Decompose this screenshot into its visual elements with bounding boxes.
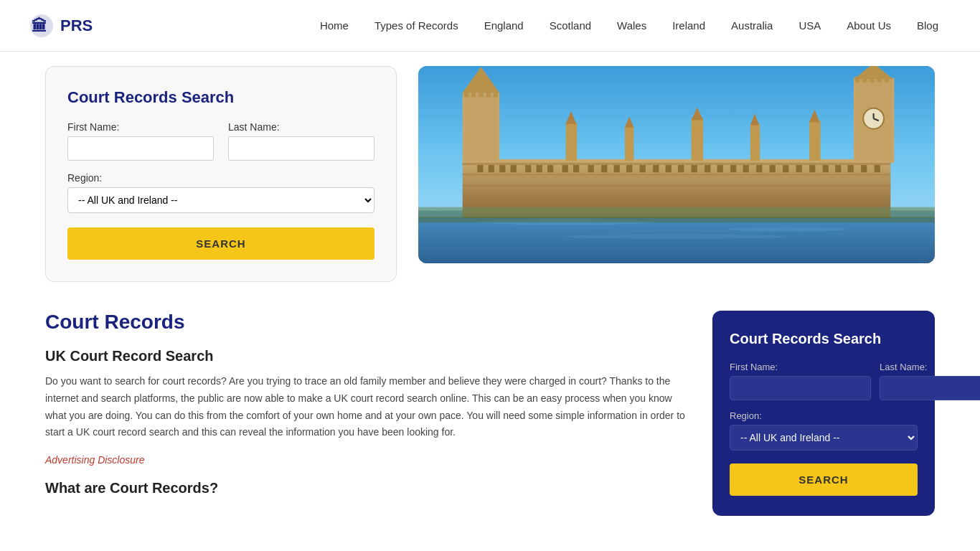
sidebar-first-name-input[interactable] — [730, 376, 871, 400]
uk-court-record-subtitle: UK Court Record Search — [45, 348, 691, 364]
top-first-name-label: First Name: — [67, 121, 214, 133]
svg-rect-48 — [471, 91, 476, 97]
nav-blog[interactable]: Blog — [904, 0, 951, 52]
nav-usa[interactable]: USA — [786, 0, 834, 52]
svg-rect-29 — [692, 165, 697, 172]
svg-rect-8 — [463, 163, 891, 165]
svg-rect-15 — [511, 165, 517, 172]
svg-rect-20 — [573, 165, 579, 172]
svg-rect-63 — [566, 122, 577, 160]
svg-rect-16 — [525, 165, 531, 172]
svg-rect-50 — [486, 91, 491, 97]
court-records-body: Do you want to search for court records?… — [45, 373, 691, 441]
svg-rect-10 — [463, 185, 891, 187]
sidebar-name-row: First Name: Last Name: — [730, 362, 918, 400]
sidebar-first-name-group: First Name: — [730, 362, 871, 400]
hero-image-wrapper — [418, 66, 935, 263]
svg-rect-25 — [640, 165, 646, 172]
sidebar-region-label: Region: — [730, 410, 918, 421]
svg-rect-58 — [855, 77, 859, 83]
navbar: 🏛 PRS Home Types of Records England Scot… — [0, 0, 980, 52]
svg-point-5 — [728, 227, 847, 231]
svg-rect-43 — [875, 165, 880, 172]
what-are-title: What are Court Records? — [45, 480, 691, 496]
sidebar-card-title: Court Records Search — [730, 331, 918, 347]
svg-rect-33 — [743, 165, 749, 172]
svg-text:🏛: 🏛 — [32, 17, 47, 35]
svg-rect-9 — [463, 174, 891, 175]
logo-text: PRS — [60, 17, 93, 35]
nav-england[interactable]: England — [471, 0, 537, 52]
svg-rect-31 — [717, 165, 723, 172]
advertising-disclosure-link[interactable]: Advertising Disclosure — [45, 454, 691, 466]
svg-rect-73 — [418, 207, 935, 218]
svg-rect-18 — [547, 165, 553, 172]
svg-rect-37 — [796, 165, 802, 172]
nav-australia[interactable]: Australia — [718, 0, 786, 52]
svg-rect-28 — [678, 165, 684, 172]
svg-rect-11 — [463, 194, 891, 196]
bottom-section: Court Records UK Court Record Search Do … — [45, 311, 935, 516]
svg-rect-59 — [862, 77, 867, 83]
svg-rect-24 — [626, 165, 632, 172]
svg-rect-49 — [479, 91, 483, 97]
nav-scotland[interactable]: Scotland — [537, 0, 604, 52]
sidebar-region-select[interactable]: -- All UK and Ireland -- England Scotlan… — [730, 425, 918, 451]
svg-rect-13 — [489, 165, 494, 172]
svg-rect-21 — [588, 165, 594, 172]
top-last-name-group: Last Name: — [228, 121, 374, 161]
sidebar-search-card: Court Records Search First Name: Last Na… — [712, 311, 935, 516]
sidebar-region-group: Region: -- All UK and Ireland -- England… — [730, 410, 918, 451]
svg-rect-45 — [465, 95, 497, 160]
top-search-card: Court Records Search First Name: Last Na… — [45, 66, 397, 282]
nav-wales[interactable]: Wales — [604, 0, 659, 52]
top-last-name-input[interactable] — [228, 136, 374, 161]
svg-rect-71 — [809, 121, 820, 161]
top-first-name-input[interactable] — [67, 136, 214, 161]
parliament-svg — [418, 66, 935, 263]
nav-links: Home Types of Records England Scotland W… — [307, 0, 951, 52]
svg-rect-67 — [692, 118, 703, 161]
svg-rect-47 — [464, 91, 468, 97]
svg-rect-61 — [877, 77, 882, 83]
court-records-title: Court Records — [45, 311, 691, 334]
nav-about-us[interactable]: About Us — [834, 0, 904, 52]
svg-rect-34 — [756, 165, 762, 172]
top-region-group: Region: -- All UK and Ireland -- England… — [67, 172, 374, 213]
hero-image — [418, 66, 935, 263]
nav-home[interactable]: Home — [307, 0, 362, 52]
svg-rect-36 — [783, 165, 788, 172]
top-first-name-group: First Name: — [67, 121, 214, 161]
main-content-area: Court Records UK Court Record Search Do … — [45, 311, 691, 504]
svg-rect-23 — [614, 165, 620, 172]
svg-rect-26 — [653, 165, 659, 172]
svg-rect-14 — [499, 165, 505, 172]
page-content: Court Records Search First Name: Last Na… — [24, 52, 956, 530]
sidebar-last-name-input[interactable] — [880, 376, 980, 400]
top-search-card-title: Court Records Search — [67, 88, 374, 107]
top-search-button[interactable]: SEARCH — [67, 227, 374, 260]
svg-rect-60 — [870, 77, 874, 83]
svg-rect-62 — [885, 77, 889, 83]
svg-rect-17 — [537, 165, 542, 172]
logo-link[interactable]: 🏛 PRS — [29, 13, 93, 39]
svg-rect-39 — [823, 165, 829, 172]
svg-rect-42 — [861, 165, 867, 172]
svg-rect-19 — [562, 165, 568, 172]
sidebar-search-button[interactable]: SEARCH — [730, 463, 918, 496]
svg-rect-65 — [625, 126, 633, 161]
svg-rect-22 — [601, 165, 607, 172]
svg-rect-74 — [418, 217, 935, 222]
svg-rect-51 — [494, 91, 498, 97]
svg-rect-41 — [848, 165, 854, 172]
svg-rect-35 — [770, 165, 776, 172]
nav-ireland[interactable]: Ireland — [659, 0, 718, 52]
sidebar-first-name-label: First Name: — [730, 362, 871, 372]
top-section: Court Records Search First Name: Last Na… — [45, 66, 935, 282]
svg-rect-40 — [835, 165, 841, 172]
nav-types-of-records[interactable]: Types of Records — [362, 0, 471, 52]
top-name-row: First Name: Last Name: — [67, 121, 374, 161]
svg-rect-27 — [666, 165, 672, 172]
top-region-label: Region: — [67, 172, 374, 184]
top-region-select[interactable]: -- All UK and Ireland -- England Scotlan… — [67, 187, 374, 213]
